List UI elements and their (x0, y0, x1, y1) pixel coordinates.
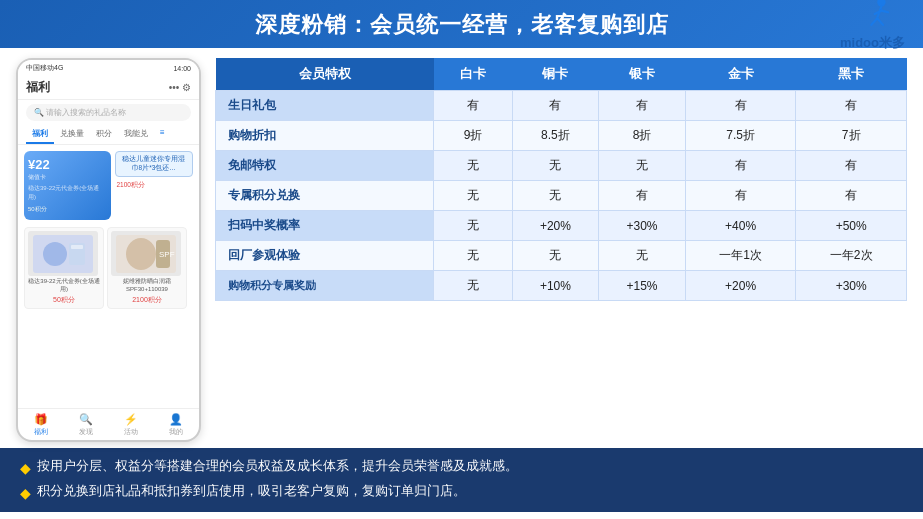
table-row: 购物折扣9折8.5折8折7.5折7折 (216, 121, 907, 151)
phone-tab-extra[interactable]: ≡ (154, 125, 171, 144)
table-cell-value: 无 (599, 241, 686, 271)
header: 深度粉销：会员统一经营，老客复购到店 midoo米多 (0, 0, 923, 48)
table-cell-value: 无 (434, 151, 512, 181)
table-cell-value: 无 (434, 181, 512, 211)
membership-table: 会员特权 白卡 铜卡 银卡 金卡 黑卡 生日礼包有有有有有购物折扣9折8.5折8… (215, 58, 907, 301)
table-cell-value: 有 (599, 91, 686, 121)
table-cell-value: 无 (512, 181, 599, 211)
product-price-2: 2100积分 (111, 295, 183, 305)
svg-text:SPF: SPF (159, 250, 175, 259)
table-cell-value: 无 (434, 271, 512, 301)
phone-tab-mine[interactable]: 我能兑 (118, 125, 154, 144)
card-subtitle: 储值卡 (28, 173, 107, 182)
phone-card-secondary: 稳达儿童迷你专用湿巾8片*3包还… 2100积分 (115, 151, 194, 220)
table-cell-value: 9折 (434, 121, 512, 151)
col-header-white: 白卡 (434, 58, 512, 91)
card-points: 50积分 (28, 205, 107, 214)
phone-nav-title: 福利 (26, 79, 50, 96)
phone-nav-icons: ••• ⚙ (169, 82, 191, 93)
phone-product-1: 稳达39-22元代金券(全场通用) 50积分 (24, 227, 104, 309)
product-desc-2: 妮维雅防晒白润霜SPF30+110039 (111, 278, 183, 294)
table-cell-value: +30% (796, 271, 907, 301)
table-cell-value: 8.5折 (512, 121, 599, 151)
main-content: 中国移动4G 14:00 福利 ••• ⚙ 🔍 请输入搜索的礼品名称 福利 兑换… (0, 48, 923, 448)
mine-icon: 👤 (169, 413, 183, 426)
svg-line-5 (881, 11, 888, 13)
footer-text-2: 积分兑换到店礼品和抵扣券到店使用，吸引老客户复购，复购订单归门店。 (37, 481, 466, 502)
table-row: 扫码中奖概率无+20%+30%+40%+50% (216, 211, 907, 241)
table-header-row: 会员特权 白卡 铜卡 银卡 金卡 黑卡 (216, 58, 907, 91)
table-cell-value: 有 (796, 91, 907, 121)
bottom-nav-welfare[interactable]: 🎁 福利 (34, 413, 48, 437)
phone-status-bar: 中国移动4G 14:00 (18, 60, 199, 76)
table-cell-label: 专属积分兑换 (216, 181, 434, 211)
product-img-2: SPF (111, 231, 181, 276)
table-cell-value: 无 (434, 211, 512, 241)
phone-nav-bar: 福利 ••• ⚙ (18, 76, 199, 100)
logo-text: midoo米多 (840, 34, 905, 52)
search-icon: 🔍 (34, 108, 46, 117)
table-area: 会员特权 白卡 铜卡 银卡 金卡 黑卡 生日礼包有有有有有购物折扣9折8.5折8… (215, 58, 907, 442)
table-cell-value: +50% (796, 211, 907, 241)
table-cell-value: 有 (685, 181, 796, 211)
footer: ◆ 按用户分层、权益分等搭建合理的会员权益及成长体系，提升会员荣誉感及成就感。 … (0, 448, 923, 512)
phone-tab-exchange[interactable]: 兑换量 (54, 125, 90, 144)
table-cell-label: 扫码中奖概率 (216, 211, 434, 241)
col-header-black: 黑卡 (796, 58, 907, 91)
col-header-gold: 金卡 (685, 58, 796, 91)
phone-tab-points[interactable]: 积分 (90, 125, 118, 144)
table-cell-value: +20% (685, 271, 796, 301)
table-cell-value: 无 (599, 151, 686, 181)
midoo-logo-icon (852, 0, 894, 32)
product-desc-1: 稳达39-22元代金券(全场通用) (28, 278, 100, 294)
bottom-nav-discover[interactable]: 🔍 发现 (79, 413, 93, 437)
table-cell-value: 有 (796, 151, 907, 181)
table-cell-value: 有 (685, 91, 796, 121)
phone-card-main: ¥22 储值卡 稳达39-22元代金券(全场通用) 50积分 (24, 151, 111, 220)
bottom-nav-welfare-label: 福利 (34, 427, 48, 437)
time-text: 14:00 (173, 65, 191, 72)
product-price-1: 50积分 (28, 295, 100, 305)
table-cell-value: 有 (796, 181, 907, 211)
search-placeholder: 请输入搜索的礼品名称 (46, 108, 126, 117)
table-cell-value: 无 (512, 151, 599, 181)
svg-rect-9 (71, 245, 83, 249)
svg-line-2 (871, 18, 877, 25)
bottom-nav-mine[interactable]: 👤 我的 (169, 413, 183, 437)
col-header-privilege: 会员特权 (216, 58, 434, 91)
table-cell-value: +30% (599, 211, 686, 241)
carrier-text: 中国移动4G (26, 63, 63, 73)
table-cell-label: 购物折扣 (216, 121, 434, 151)
table-cell-value: 无 (512, 241, 599, 271)
phone-card2-item1: 稳达儿童迷你专用湿巾8片*3包还… (115, 151, 194, 177)
footer-item-2: ◆ 积分兑换到店礼品和抵扣券到店使用，吸引老客户复购，复购订单归门店。 (20, 481, 903, 506)
table-cell-value: +40% (685, 211, 796, 241)
phone-tab-welfare[interactable]: 福利 (26, 125, 54, 144)
table-body: 生日礼包有有有有有购物折扣9折8.5折8折7.5折7折免邮特权无无无有有专属积分… (216, 91, 907, 301)
discover-icon: 🔍 (79, 413, 93, 426)
table-cell-value: 有 (685, 151, 796, 181)
phone-search-bar[interactable]: 🔍 请输入搜索的礼品名称 (26, 104, 191, 121)
svg-line-3 (877, 18, 883, 25)
footer-bullet-1: ◆ (20, 457, 31, 481)
logo-area: midoo米多 (840, 0, 905, 52)
card2-points: 2100积分 (115, 180, 194, 191)
col-header-bronze: 铜卡 (512, 58, 599, 91)
product-img-1 (28, 231, 98, 276)
table-cell-value: 有 (599, 181, 686, 211)
table-cell-value: +15% (599, 271, 686, 301)
table-cell-label: 回厂参观体验 (216, 241, 434, 271)
bottom-nav-discover-label: 发现 (79, 427, 93, 437)
table-cell-value: +10% (512, 271, 599, 301)
bottom-nav-activity[interactable]: ⚡ 活动 (124, 413, 138, 437)
col-header-silver: 银卡 (599, 58, 686, 91)
table-cell-label: 生日礼包 (216, 91, 434, 121)
table-cell-value: 7.5折 (685, 121, 796, 151)
footer-text-1: 按用户分层、权益分等搭建合理的会员权益及成长体系，提升会员荣誉感及成就感。 (37, 456, 518, 477)
card-desc: 稳达39-22元代金券(全场通用) (28, 184, 107, 202)
svg-point-11 (126, 238, 156, 270)
phone-product-2: SPF 妮维雅防晒白润霜SPF30+110039 2100积分 (107, 227, 187, 309)
phone-cards-area: ¥22 储值卡 稳达39-22元代金券(全场通用) 50积分 稳达儿童迷你专用湿… (18, 145, 199, 223)
phone-products-area: 稳达39-22元代金券(全场通用) 50积分 SPF 妮维雅防晒白润霜SPF30… (18, 223, 199, 313)
table-cell-label: 免邮特权 (216, 151, 434, 181)
